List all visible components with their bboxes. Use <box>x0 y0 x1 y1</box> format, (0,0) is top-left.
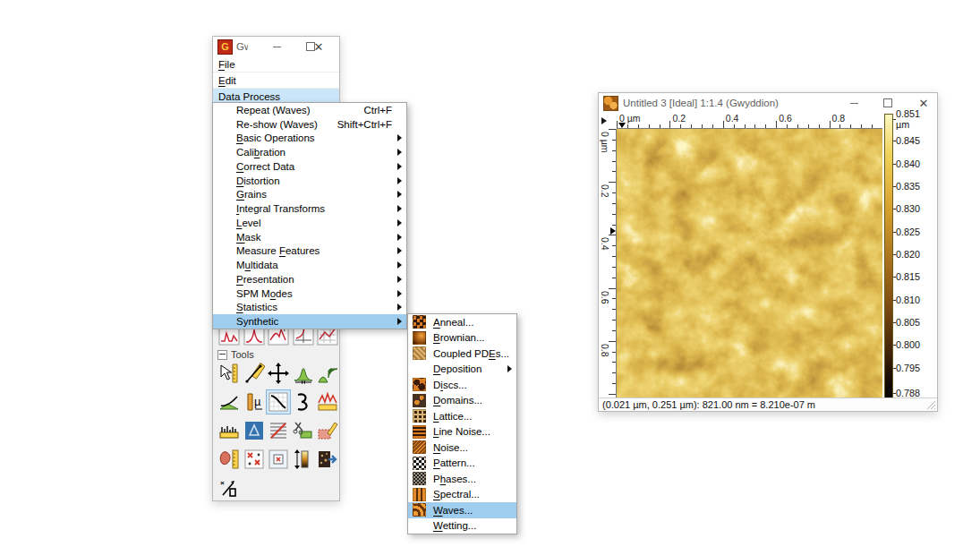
menu-item-integral-transforms[interactable]: Integral Transforms <box>213 201 406 216</box>
menu-item-label: Waves... <box>433 505 473 516</box>
submenu-item-coupled-pdes[interactable]: Coupled PDEs... <box>408 346 516 362</box>
vruler-tick <box>612 298 616 299</box>
menu-item-distortion[interactable]: Distortion <box>213 174 406 188</box>
menu-item-label: Deposition <box>433 363 481 374</box>
menu-item-grains[interactable]: Grains <box>213 188 406 202</box>
menu-item-basic-operations[interactable]: Basic Operations <box>213 132 406 146</box>
close-icon: ✕ <box>314 41 324 53</box>
submenu-item-wetting[interactable]: Wetting... <box>408 518 516 534</box>
afm-image[interactable] <box>617 129 882 399</box>
image-window-titlebar[interactable]: Untitled 3 [Ideal] 1:1.4 (Gwyddion) ✕ <box>599 93 937 113</box>
mask-editor-tool[interactable] <box>316 419 339 442</box>
submenu-item-spectral[interactable]: Spectral... <box>408 487 516 503</box>
menu-item-label: Noise... <box>433 442 468 453</box>
noise-thumbnail-icon <box>413 440 426 454</box>
grain-remove-tool[interactable] <box>243 448 266 471</box>
submenu-item-line-noise[interactable]: Line Noise... <box>408 424 516 440</box>
force-curve-tool[interactable] <box>316 390 339 414</box>
hruler-tick <box>669 121 670 128</box>
statistical-quantities-tool[interactable]: µ <box>243 390 266 414</box>
submenu-arrow-icon <box>397 163 402 170</box>
menu-item-label: File <box>218 59 235 70</box>
colorbar-label: 0.835 <box>896 181 920 192</box>
collapse-expander-icon[interactable] <box>217 350 227 360</box>
menu-item-label: Mask <box>236 232 261 243</box>
submenu-item-phases[interactable]: Phases... <box>408 471 516 487</box>
line-correction-tool[interactable] <box>267 419 290 442</box>
hruler-label: 0.6 <box>779 113 792 124</box>
distance-ruler-tool[interactable] <box>243 362 266 385</box>
mask-copy-tool[interactable] <box>316 448 339 471</box>
roughness-tool[interactable] <box>217 419 241 442</box>
menubar-item-file[interactable]: File <box>213 56 339 73</box>
menubar-item-edit[interactable]: Edit <box>213 73 339 89</box>
maximize-button[interactable] <box>878 93 898 113</box>
menu-item-label: Synthetic <box>236 316 278 327</box>
read-value-tool[interactable] <box>217 362 241 385</box>
color-range-tool[interactable] <box>292 448 315 471</box>
colorbar-label: 0.830 <box>896 203 920 214</box>
colorbar-label: 0.851 µm <box>896 108 920 130</box>
menu-item-re-show-waves[interactable]: Re-show (Waves)Shift+Ctrl+F <box>213 117 406 132</box>
close-button[interactable]: ✕ <box>309 37 328 56</box>
crop-tool[interactable] <box>292 419 315 442</box>
minimize-button[interactable] <box>267 37 286 56</box>
menu-item-mask[interactable]: Mask <box>213 230 406 244</box>
menu-item-statistics[interactable]: Statistics <box>213 301 406 315</box>
submenu-item-noise[interactable]: Noise... <box>408 440 516 456</box>
horizontal-ruler[interactable]: 0 µm0.20.40.60.8 <box>617 113 882 129</box>
menu-item-repeat-waves[interactable]: Repeat (Waves)Ctrl+F <box>213 103 406 117</box>
curve-spectro-tool[interactable] <box>292 390 315 414</box>
menu-item-presentation[interactable]: Presentation <box>213 272 406 286</box>
menu-item-measure-features[interactable]: Measure Features <box>213 244 406 259</box>
submenu-item-lattice[interactable]: Lattice... <box>408 408 516 424</box>
submenu-item-pattern[interactable]: Pattern... <box>408 456 516 472</box>
menu-item-multidata[interactable]: Multidata <box>213 258 406 272</box>
submenu-arrow-icon <box>397 234 402 241</box>
menu-shortcut: Ctrl+F <box>363 105 406 115</box>
submenu-arrow-icon <box>397 134 402 141</box>
menu-item-label: Discs... <box>433 380 467 390</box>
image-window: Untitled 3 [Ideal] 1:1.4 (Gwyddion) ✕ 0 … <box>598 92 938 412</box>
vertical-ruler[interactable]: 0 µm0.20.40.60.8 <box>599 129 617 399</box>
submenu-item-waves[interactable]: Waves... <box>408 502 516 518</box>
submenu-item-deposition[interactable]: Deposition <box>408 362 516 378</box>
path-level-tool[interactable]: × <box>217 476 241 500</box>
submenu-arrow-icon <box>397 290 402 297</box>
ripple-fan-tool[interactable] <box>316 362 339 385</box>
data-process-menu: Repeat (Waves)Ctrl+FRe-show (Waves)Shift… <box>212 102 407 329</box>
vruler-tick <box>612 203 616 204</box>
three-point-level-tool[interactable] <box>217 390 241 414</box>
false-color-scale-bar[interactable] <box>884 114 893 399</box>
menu-item-correct-data[interactable]: Correct Data <box>213 159 406 174</box>
submenu-item-anneal[interactable]: Anneal... <box>408 314 516 330</box>
spot-remove-tool[interactable] <box>267 448 290 471</box>
menu-item-calibration[interactable]: Calibration <box>213 145 406 159</box>
submenu-item-brownian[interactable]: Brownian... <box>408 330 516 346</box>
vruler-tick <box>612 352 616 353</box>
menu-item-synthetic[interactable]: Synthetic <box>213 314 406 329</box>
submenu-item-discs[interactable]: Discs... <box>408 377 516 393</box>
profile-peak-tool[interactable] <box>292 362 315 385</box>
menu-item-level[interactable]: Level <box>213 216 406 230</box>
hruler-tick <box>839 124 840 128</box>
vruler-tick <box>612 161 616 162</box>
profile-extract-tool[interactable] <box>267 390 290 414</box>
vruler-tick <box>612 150 616 151</box>
ruler-corner-button[interactable] <box>599 113 617 129</box>
vruler-label: 0.2 <box>600 184 610 198</box>
colorbar-label: 0.845 <box>896 135 920 146</box>
colorbar-label: 0.825 <box>896 226 920 237</box>
vruler-tick <box>612 192 616 193</box>
menu-item-spm-modes[interactable]: SPM Modes <box>213 286 406 301</box>
colorbar-label: 0.788 <box>896 388 920 398</box>
minimize-button[interactable] <box>844 93 864 113</box>
cross-distance-tool[interactable] <box>267 362 290 385</box>
facet-level-tool[interactable] <box>243 419 266 442</box>
resize-grip[interactable] <box>926 400 935 409</box>
grain-measure-tool[interactable] <box>217 448 241 471</box>
toolbox-titlebar[interactable]: G Gwyddion ✕ <box>213 37 339 56</box>
gwyddion-logo-icon: G <box>217 39 233 55</box>
hruler-tick <box>787 124 788 128</box>
submenu-item-domains[interactable]: Domains... <box>408 393 516 409</box>
